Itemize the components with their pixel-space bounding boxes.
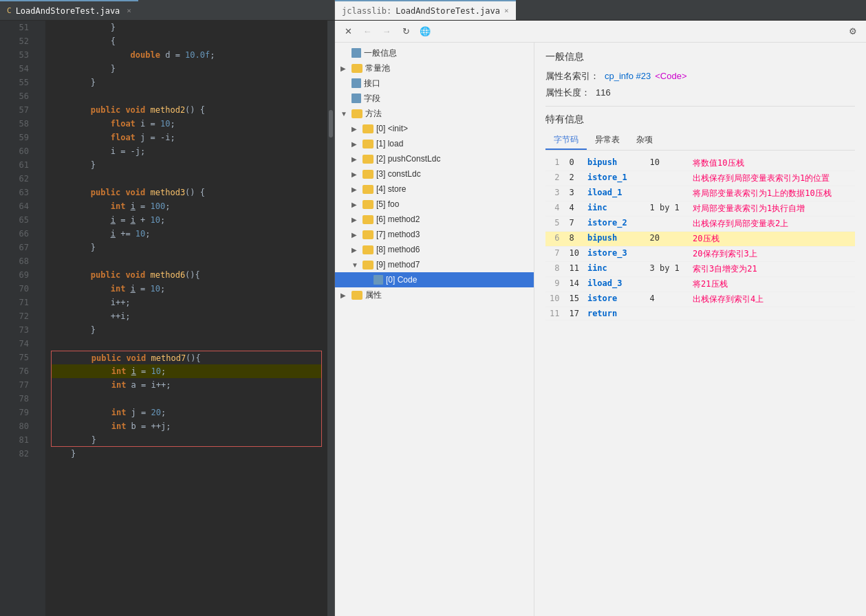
- tree-item-store[interactable]: ▶[4] store: [335, 182, 534, 197]
- left-editor-tab[interactable]: C LoadAndStoreTest.java ×: [0, 0, 138, 20]
- gutter-78: [34, 392, 45, 406]
- tree-item-constldc[interactable]: ▶[3] constLdc: [335, 166, 534, 182]
- gutter-79: [34, 406, 45, 419]
- left-tab-close[interactable]: ×: [127, 6, 131, 15]
- code-line-54: }: [51, 62, 327, 76]
- tree-item-method3[interactable]: ▶[7] method3: [335, 227, 534, 242]
- tree-item-methods[interactable]: ▼方法: [335, 106, 534, 121]
- bc-row-num: 1: [545, 156, 565, 171]
- tree-expand-methods[interactable]: ▼: [340, 110, 351, 118]
- attr-length-value: 116: [596, 87, 611, 98]
- tree-item-init[interactable]: ▶[0] <init>: [335, 121, 534, 136]
- tree-expand-load[interactable]: ▶: [351, 140, 362, 148]
- gutter-59: [34, 131, 45, 144]
- globe-button[interactable]: 🌐: [418, 24, 433, 39]
- code-line-51: }: [51, 21, 327, 34]
- tree-label-store: [4] store: [376, 184, 406, 194]
- tree-item-method7[interactable]: ▼[9] method7: [335, 257, 534, 272]
- bc-row-3: 33iload_1将局部变量表索引为1上的数据10压栈: [545, 186, 855, 201]
- gear-button[interactable]: ⚙: [845, 24, 860, 39]
- gutter-53: [34, 48, 45, 62]
- bc-row-10: 1015istore4出栈保存到索引4上: [545, 292, 855, 307]
- tree-expand-attributes[interactable]: ▶: [340, 292, 351, 299]
- tree-expand-foo[interactable]: ▶: [351, 201, 362, 208]
- gutter-65: [34, 213, 45, 227]
- code-line-56: [51, 89, 327, 103]
- tree-expand-pushconstldc[interactable]: ▶: [351, 155, 362, 163]
- gutter-72: [34, 309, 45, 323]
- jcl-tab-close[interactable]: ×: [504, 6, 509, 15]
- bc-instr: istore_2: [583, 217, 646, 232]
- bc-row-6: 68bipush2020压栈: [545, 232, 855, 247]
- tree-item-load[interactable]: ▶[1] load: [335, 136, 534, 151]
- jcl-tab-prefix: jclasslib:: [342, 6, 391, 16]
- bc-tab-异常表[interactable]: 异常表: [587, 131, 628, 150]
- gutter-82: [34, 447, 45, 461]
- line-number-74: 74: [0, 337, 34, 351]
- tree-item-method2[interactable]: ▶[6] method2: [335, 212, 534, 227]
- bc-instr: istore_3: [583, 247, 646, 262]
- line-number-67: 67: [0, 241, 34, 254]
- tree-label-methods: 方法: [365, 108, 382, 120]
- bc-instr: bipush: [583, 232, 646, 247]
- back-button[interactable]: ←: [360, 24, 375, 39]
- gutter-69: [34, 268, 45, 282]
- bc-offset: 8: [565, 232, 583, 247]
- code-line-72: ++i;: [51, 309, 327, 323]
- line-number-82: 82: [0, 447, 34, 461]
- tree-item-attributes[interactable]: ▶属性: [335, 287, 534, 302]
- forward-button[interactable]: →: [379, 24, 394, 39]
- bc-instr: bipush: [583, 156, 646, 171]
- gutter-51: [34, 21, 45, 34]
- tree-item-constants[interactable]: ▶常量池: [335, 60, 534, 76]
- line-number-71: 71: [0, 296, 34, 309]
- tree-expand-method6[interactable]: ▶: [351, 246, 362, 254]
- tree-label-method3: [7] method3: [376, 230, 420, 239]
- code-line-74: [51, 337, 327, 351]
- bc-tab-字节码[interactable]: 字节码: [545, 131, 587, 150]
- tree-item-method6[interactable]: ▶[8] method6: [335, 242, 534, 257]
- bc-offset: 3: [565, 186, 583, 201]
- tree-expand-constldc[interactable]: ▶: [351, 170, 362, 178]
- line-number-73: 73: [0, 323, 34, 337]
- refresh-button[interactable]: ↻: [398, 24, 413, 39]
- bc-offset: 2: [565, 171, 583, 186]
- tree-item-code[interactable]: [0] Code: [335, 272, 534, 287]
- bc-param: 3 by 1: [645, 262, 689, 277]
- line-number-54: 54: [0, 62, 34, 76]
- tree-icon-method6: [362, 245, 374, 254]
- line-number-52: 52: [0, 34, 34, 48]
- gutter-73: [34, 323, 45, 337]
- tree-expand-method3[interactable]: ▶: [351, 231, 362, 239]
- bc-param: 4: [645, 292, 689, 307]
- tree-expand-method2[interactable]: ▶: [351, 216, 362, 223]
- close-button[interactable]: ✕: [340, 24, 356, 39]
- gutter-80: [34, 419, 45, 433]
- bc-instr: iinc: [583, 262, 646, 277]
- tree-expand-method7[interactable]: ▼: [351, 261, 362, 269]
- tree-expand-store[interactable]: ▶: [351, 186, 362, 193]
- tree-item-foo[interactable]: ▶[5] foo: [335, 197, 534, 212]
- bc-tab-杂项[interactable]: 杂项: [628, 131, 661, 150]
- tree-item-interface[interactable]: 接口: [335, 76, 534, 91]
- tree-icon-constldc: [362, 170, 374, 179]
- attr-name-link[interactable]: cp_info #23: [605, 71, 651, 81]
- bc-comment: 将局部变量表索引为1上的数据10压栈: [689, 186, 855, 201]
- bc-row-1: 10bipush10将数值10压栈: [545, 156, 855, 171]
- gutter-62: [34, 172, 45, 186]
- line-number-60: 60: [0, 144, 34, 158]
- line-number-76: 76: [0, 364, 34, 378]
- bc-row-8: 811iinc3 by 1索引3自增变为21: [545, 262, 855, 277]
- tree-expand-init[interactable]: ▶: [351, 125, 362, 133]
- bc-comment: 索引3自增变为21: [689, 262, 855, 277]
- tree-expand-constants[interactable]: ▶: [340, 65, 351, 72]
- code-line-65: i = i + 10;: [51, 213, 327, 227]
- tree-icon-constants: [351, 64, 362, 73]
- line-number-63: 63: [0, 186, 34, 199]
- tree-item-fields[interactable]: 字段: [335, 91, 534, 106]
- bc-offset: 10: [565, 247, 583, 262]
- line-number-55: 55: [0, 76, 34, 89]
- bc-row-num: 10: [545, 292, 565, 307]
- tree-item-pushconstldc[interactable]: ▶[2] pushConstLdc: [335, 151, 534, 166]
- tree-item-general[interactable]: 一般信息: [335, 45, 534, 60]
